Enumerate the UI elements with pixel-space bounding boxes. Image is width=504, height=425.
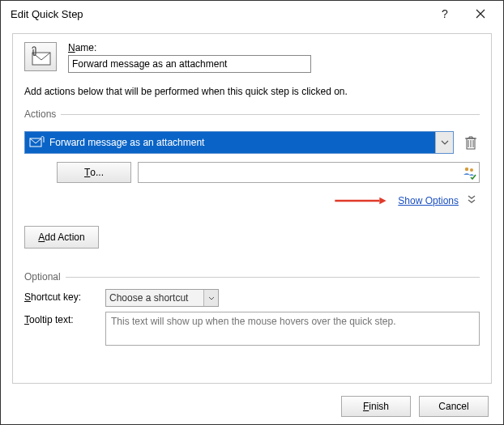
delete-action-button[interactable] bbox=[462, 134, 480, 151]
annotation-arrow bbox=[328, 197, 393, 205]
to-input[interactable] bbox=[138, 162, 480, 183]
chevron-down-icon bbox=[208, 296, 215, 300]
people-check-icon bbox=[462, 165, 476, 180]
help-button[interactable]: ? bbox=[427, 2, 463, 25]
to-button[interactable]: To... bbox=[57, 162, 131, 183]
svg-point-3 bbox=[465, 168, 468, 171]
check-names-button[interactable] bbox=[461, 164, 477, 181]
tooltip-label: Tooltip text: bbox=[24, 312, 105, 325]
expand-chevron-icon[interactable] bbox=[467, 194, 476, 206]
close-button[interactable] bbox=[463, 2, 498, 25]
cancel-button[interactable]: Cancel bbox=[419, 396, 489, 417]
svg-point-4 bbox=[470, 168, 473, 172]
action-type-selected: Forward message as an attachment bbox=[49, 137, 204, 148]
tooltip-textarea[interactable] bbox=[105, 312, 480, 346]
action-type-select[interactable]: Forward message as an attachment bbox=[24, 131, 454, 154]
add-action-button[interactable]: Add Action bbox=[24, 226, 99, 249]
instructions-text: Add actions below that will be performed… bbox=[24, 86, 480, 97]
shortcut-selected: Choose a shortcut bbox=[109, 292, 188, 304]
finish-button[interactable]: Finish bbox=[341, 396, 411, 417]
envelope-clip-icon bbox=[28, 46, 53, 67]
action-type-dropdown-arrow[interactable] bbox=[435, 132, 453, 153]
trash-icon bbox=[464, 134, 477, 151]
show-options-link[interactable]: Show Options bbox=[398, 195, 459, 206]
dialog-title: Edit Quick Step bbox=[11, 8, 427, 20]
titlebar: Edit Quick Step ? bbox=[1, 1, 503, 27]
chevron-down-icon bbox=[441, 140, 449, 145]
shortcut-dropdown-arrow[interactable] bbox=[203, 290, 218, 306]
shortcut-label: Shortcut key: bbox=[24, 289, 105, 303]
name-label: Name: bbox=[68, 42, 480, 53]
shortcut-select[interactable]: Choose a shortcut bbox=[105, 289, 219, 307]
forward-attachment-icon bbox=[28, 134, 46, 151]
quickstep-icon bbox=[24, 42, 57, 71]
dialog-content: Name: Add actions below that will be per… bbox=[12, 33, 492, 384]
close-icon bbox=[476, 9, 485, 19]
name-input[interactable] bbox=[68, 55, 311, 73]
actions-section-label: Actions bbox=[24, 108, 480, 120]
dialog-footer: Finish Cancel bbox=[1, 389, 503, 424]
optional-section-label: Optional bbox=[24, 271, 480, 283]
